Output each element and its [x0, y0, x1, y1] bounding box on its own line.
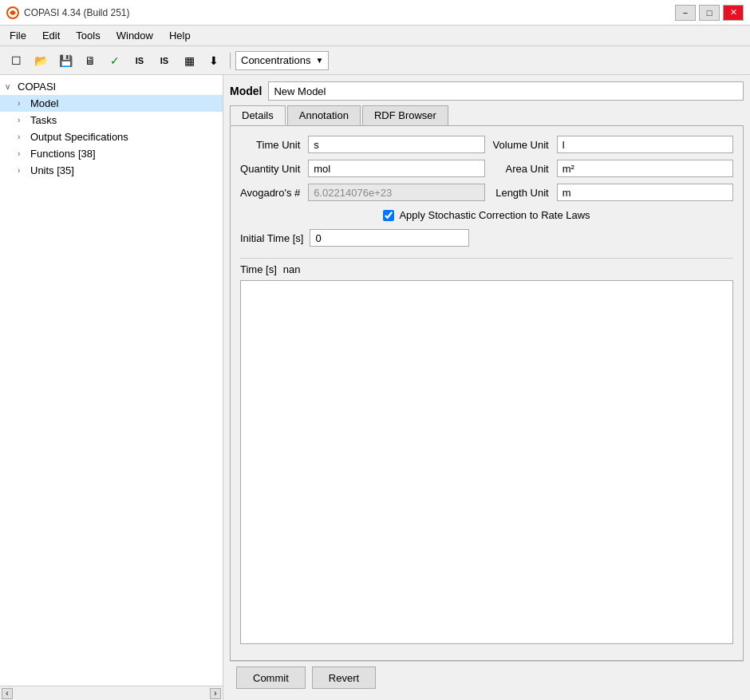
chevron-down-icon: ▼ — [315, 56, 323, 65]
tab-details[interactable]: Details — [230, 105, 286, 125]
content-box — [240, 280, 733, 644]
sidebar-item-units[interactable]: › Units [35] — [0, 162, 223, 179]
revert-button[interactable]: Revert — [312, 666, 376, 689]
quantity-unit-label: Quantity Unit — [240, 163, 300, 175]
tab-panel-details: Time Unit Volume Unit Quantity Unit Area… — [230, 125, 744, 661]
sidebar-item-model[interactable]: › Model — [0, 95, 223, 112]
toolbar-screenshot[interactable]: 🖥 — [79, 50, 101, 71]
sidebar-tree: ∨ COPASI › Model › Tasks › Output Specif… — [0, 75, 223, 686]
tab-strip: Details Annotation RDF Browser — [230, 105, 744, 125]
form-grid: Time Unit Volume Unit Quantity Unit Area… — [240, 136, 733, 201]
stochastic-row: Apply Stochastic Correction to Rate Laws — [240, 209, 733, 221]
menu-edit[interactable]: Edit — [36, 28, 66, 43]
dropdown-label: Concentrations — [241, 54, 310, 66]
initial-time-label: Initial Time [s] — [240, 232, 303, 244]
content-area: Model Details Annotation RDF Browser Tim… — [223, 75, 750, 700]
arrow-icon: › — [18, 149, 30, 158]
initial-time-input[interactable] — [310, 229, 469, 247]
length-unit-label: Length Unit — [493, 187, 549, 199]
sidebar-item-label: Functions [38] — [30, 148, 96, 160]
sidebar-scrollbar: ‹ › — [0, 686, 223, 700]
toolbar-is2[interactable]: IS — [153, 50, 176, 71]
divider — [240, 258, 733, 259]
menu-tools[interactable]: Tools — [69, 28, 106, 43]
area-unit-label: Area Unit — [493, 163, 549, 175]
scroll-left-icon[interactable]: ‹ — [2, 688, 13, 699]
time-s-row: Time [s] nan — [240, 263, 733, 275]
arrow-icon: ∨ — [5, 82, 18, 91]
sidebar-item-label: Model — [30, 97, 58, 109]
menu-file[interactable]: File — [3, 28, 33, 43]
titlebar-left: COPASI 4.34 (Build 251) — [6, 6, 130, 19]
time-s-value: nan — [283, 263, 301, 275]
arrow-icon: › — [18, 132, 30, 141]
time-s-label: Time [s] — [240, 263, 277, 275]
sidebar-item-tasks[interactable]: › Tasks — [0, 112, 223, 129]
titlebar: COPASI 4.34 (Build 251) − □ ✕ — [0, 0, 750, 26]
toolbar-separator — [230, 53, 231, 69]
concentrations-dropdown[interactable]: Concentrations ▼ — [235, 51, 329, 70]
sidebar-item-label: Units [35] — [30, 164, 74, 176]
area-unit-input[interactable] — [557, 160, 733, 177]
main-layout: ∨ COPASI › Model › Tasks › Output Specif… — [0, 75, 750, 700]
avogadro-input — [308, 184, 484, 201]
length-unit-input[interactable] — [557, 184, 733, 201]
sidebar-item-output-specs[interactable]: › Output Specifications — [0, 129, 223, 145]
arrow-icon: › — [18, 166, 30, 175]
sidebar-item-label: COPASI — [18, 81, 56, 93]
toolbar-new[interactable]: ☐ — [5, 50, 27, 71]
initial-time-row: Initial Time [s] — [240, 229, 733, 247]
avogadro-label: Avogadro's # — [240, 187, 300, 199]
time-unit-input[interactable] — [308, 136, 484, 153]
time-unit-label: Time Unit — [240, 139, 300, 151]
toolbar-check[interactable]: ✓ — [104, 50, 126, 71]
quantity-unit-input[interactable] — [308, 160, 484, 177]
minimize-button[interactable]: − — [675, 5, 696, 21]
tab-annotation[interactable]: Annotation — [287, 105, 361, 125]
menubar: File Edit Tools Window Help — [0, 26, 750, 46]
toolbar-is1[interactable]: IS — [128, 50, 151, 71]
toolbar-grid[interactable]: ▦ — [178, 50, 200, 71]
model-name-input[interactable] — [268, 81, 744, 101]
arrow-icon: › — [18, 99, 30, 108]
stochastic-checkbox[interactable] — [383, 210, 394, 221]
tab-rdf-browser[interactable]: RDF Browser — [362, 105, 448, 125]
toolbar-import[interactable]: ⬇ — [203, 50, 225, 71]
close-button[interactable]: ✕ — [723, 5, 744, 21]
titlebar-title: COPASI 4.34 (Build 251) — [24, 7, 130, 18]
stochastic-label: Apply Stochastic Correction to Rate Laws — [399, 209, 590, 221]
sidebar-item-copasi[interactable]: ∨ COPASI — [0, 78, 223, 95]
sidebar-item-functions[interactable]: › Functions [38] — [0, 145, 223, 162]
sidebar: ∨ COPASI › Model › Tasks › Output Specif… — [0, 75, 223, 700]
sidebar-item-label: Output Specifications — [30, 131, 128, 143]
toolbar-open[interactable]: 📂 — [30, 50, 52, 71]
model-header: Model — [230, 81, 744, 101]
scroll-right-icon[interactable]: › — [210, 688, 221, 699]
maximize-button[interactable]: □ — [699, 5, 720, 21]
app-icon — [6, 6, 19, 19]
volume-unit-input[interactable] — [557, 136, 733, 153]
titlebar-controls: − □ ✕ — [675, 5, 744, 21]
sidebar-item-label: Tasks — [30, 114, 57, 126]
toolbar-save[interactable]: 💾 — [54, 50, 77, 71]
bottom-bar: Commit Revert — [230, 661, 744, 694]
menu-help[interactable]: Help — [163, 28, 197, 43]
model-label: Model — [230, 85, 262, 97]
arrow-icon: › — [18, 116, 30, 125]
volume-unit-label: Volume Unit — [493, 139, 549, 151]
commit-button[interactable]: Commit — [236, 666, 306, 689]
toolbar: ☐ 📂 💾 🖥 ✓ IS IS ▦ ⬇ Concentrations ▼ — [0, 46, 750, 75]
menu-window[interactable]: Window — [110, 28, 160, 43]
